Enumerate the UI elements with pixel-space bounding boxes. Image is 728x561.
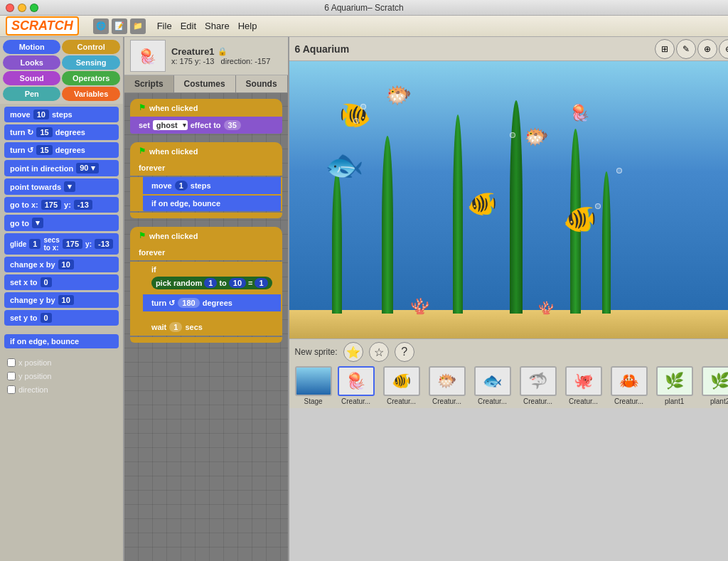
cat-control-button[interactable]: Control (62, 40, 119, 54)
menu-help[interactable]: Help (238, 21, 257, 31)
block-goto-xy[interactable]: go to x: 175 y: -13 (4, 197, 119, 213)
toolbar-icons: 🌐 📝 📁 (93, 18, 146, 34)
sprite-item-1[interactable]: 🐠 Creatur... (380, 366, 423, 405)
block-move[interactable]: move 10 steps (4, 107, 119, 122)
scratch-logo: SCRATCH (6, 16, 79, 36)
zoom-in-button[interactable]: ⊕ (697, 39, 717, 59)
move-1-block[interactable]: move 1 steps (143, 177, 281, 194)
block-turn-cw[interactable]: turn ↻ 15 degrees (4, 124, 119, 140)
close-button[interactable] (6, 4, 14, 12)
minimize-button[interactable] (18, 4, 26, 12)
plant-item-2[interactable]: 🌿 plant2 (699, 366, 728, 405)
sprite-x: 175 (180, 57, 193, 65)
block-goto[interactable]: go to ▾ (4, 215, 119, 231)
cat-sensing-button[interactable]: Sensing (62, 55, 119, 70)
if-random-block[interactable]: if pick random 1 to 10 = 1 (143, 262, 281, 293)
move-val[interactable]: 1 (175, 181, 188, 191)
sprite-thumb-0: 🪼 (338, 366, 375, 396)
block-change-x[interactable]: change x by 10 (4, 257, 119, 272)
sprite-item-4[interactable]: 🦈 Creatur... (517, 366, 560, 405)
cat-operators-button[interactable]: Operators (62, 71, 119, 85)
add-sprite-star-button[interactable]: ☆ (369, 342, 389, 362)
plant-thumb-2: 🌿 (702, 366, 728, 396)
ghost-val[interactable]: 35 (224, 120, 241, 130)
stage-sprite-item[interactable]: Stage (295, 366, 332, 405)
sprite-item-2[interactable]: 🐡 Creatur... (426, 366, 469, 405)
block-change-y[interactable]: change y by 10 (4, 292, 119, 308)
block-point-towards[interactable]: point towards ▾ (4, 178, 119, 195)
folder-icon[interactable]: 📁 (130, 18, 146, 34)
globe-icon[interactable]: 🌐 (93, 18, 109, 34)
block-set-y[interactable]: set y to 0 (4, 310, 119, 326)
tab-sounds[interactable]: Sounds (236, 75, 288, 92)
if-on-edge-block[interactable]: if on edge, bounce (143, 196, 281, 211)
block-set-x[interactable]: set x to 0 (4, 274, 119, 290)
sprite-direction: -157 (255, 57, 270, 65)
wait-1-block[interactable]: wait 1 secs (143, 319, 281, 336)
forever-block-2[interactable]: forever (130, 160, 282, 176)
help-button[interactable]: ? (395, 342, 414, 362)
plant-item-1[interactable]: 🌿 plant1 (653, 366, 696, 405)
edit-button[interactable]: ✎ (676, 39, 696, 59)
checkbox-direction[interactable]: direction (4, 384, 119, 395)
random-condition[interactable]: pick random 1 to 10 = 1 (151, 277, 272, 289)
checkbox-y-position[interactable]: y position (4, 370, 119, 382)
cat-variables-button[interactable]: Variables (62, 87, 119, 101)
aquarium-background: 🪸 🪸 🐠 🐡 🐟 🐠 🐡 🐠 🪼 x: -783 y: 46 (289, 61, 728, 338)
hat-block-1[interactable]: ⚑ when clicked (130, 99, 282, 117)
cat-looks-button[interactable]: Looks (3, 55, 60, 70)
sprite-label-0: Creatur... (341, 397, 370, 405)
checkbox-direction-input[interactable] (7, 385, 16, 394)
script-group-1: ⚑ when clicked set ghost effect to 35 (130, 99, 282, 134)
sprite-item-0[interactable]: 🪼 Creatur... (335, 366, 378, 405)
block-glide[interactable]: glide 1 secs to x: 175 y: -13 (4, 233, 119, 255)
tab-costumes[interactable]: Costumes (174, 75, 236, 92)
seaweed-2 (382, 136, 393, 314)
block-turn-ccw[interactable]: turn ↺ 15 degrees (4, 142, 119, 158)
turn-180-block[interactable]: turn ↺ 180 degrees (143, 294, 281, 311)
zoom-out-button[interactable]: ⊖ (719, 39, 728, 59)
ghost-dropdown[interactable]: ghost (153, 120, 188, 130)
maximize-button[interactable] (30, 4, 38, 12)
sprite-name: Creature1 (171, 46, 215, 57)
stage-label: Stage (304, 397, 323, 405)
add-sprite-button[interactable]: ⭐ (343, 342, 363, 362)
cat-sound-button[interactable]: Sound (3, 71, 60, 85)
sprite-item-5[interactable]: 🐙 Creatur... (562, 366, 605, 405)
sprite-label-6: Creatur... (614, 397, 643, 405)
lock-icon: 🔒 (218, 47, 228, 56)
sprite-item-6[interactable]: 🦀 Creatur... (608, 366, 651, 405)
sprite-coords: x: 175 y: -13 direction: -157 (171, 57, 270, 65)
block-point-direction[interactable]: point in direction 90 ▾ (4, 160, 119, 176)
cat-motion-button[interactable]: Motion (3, 40, 60, 54)
seaweed-3 (453, 114, 463, 314)
window-title: 6 Aquarium– Scratch (324, 3, 403, 13)
hat-block-2[interactable]: ⚑ when clicked (130, 142, 282, 160)
checkbox-y-position-input[interactable] (7, 372, 16, 380)
hat-label-2: when clicked (149, 147, 198, 156)
sprite-preview: 🪼 (130, 40, 166, 72)
checkbox-x-position[interactable]: x position (4, 357, 119, 368)
flag-icon-1: ⚑ (139, 103, 146, 112)
fullscreen-button[interactable]: ⊞ (655, 39, 675, 59)
hat-block-3[interactable]: ⚑ when clicked (130, 227, 282, 245)
stage-toolbar: 6 Aquarium ⊞ ✎ ⊕ ⊖ ⚑ ⏹ (289, 37, 728, 61)
checkbox-x-position-input[interactable] (7, 358, 16, 367)
sprite-thumb-4: 🦈 (520, 366, 557, 396)
menu-edit[interactable]: Edit (181, 21, 196, 31)
edit-icon[interactable]: 📝 (112, 18, 127, 34)
window-controls[interactable] (6, 4, 38, 12)
sprite-header: 🪼 Creature1 🔒 x: 175 y: -13 direction: -… (124, 37, 288, 75)
tab-scripts[interactable]: Scripts (124, 75, 174, 92)
forever-block-3[interactable]: forever (130, 245, 282, 260)
menu-share[interactable]: Share (205, 21, 230, 31)
stage-thumb (295, 366, 332, 396)
tabs-row: Scripts Costumes Sounds (124, 75, 288, 93)
sprite-item-3[interactable]: 🐟 Creatur... (471, 366, 514, 405)
cat-pen-button[interactable]: Pen (3, 87, 60, 101)
scripts-area[interactable]: ⚑ when clicked set ghost effect to 35 ⚑ … (124, 93, 288, 561)
menu-file[interactable]: File (157, 21, 172, 31)
set-ghost-block[interactable]: set ghost effect to 35 (130, 117, 282, 134)
sprite-info: Creature1 🔒 x: 175 y: -13 direction: -15… (171, 46, 270, 65)
block-if-on-edge[interactable]: if on edge, bounce (4, 334, 119, 348)
